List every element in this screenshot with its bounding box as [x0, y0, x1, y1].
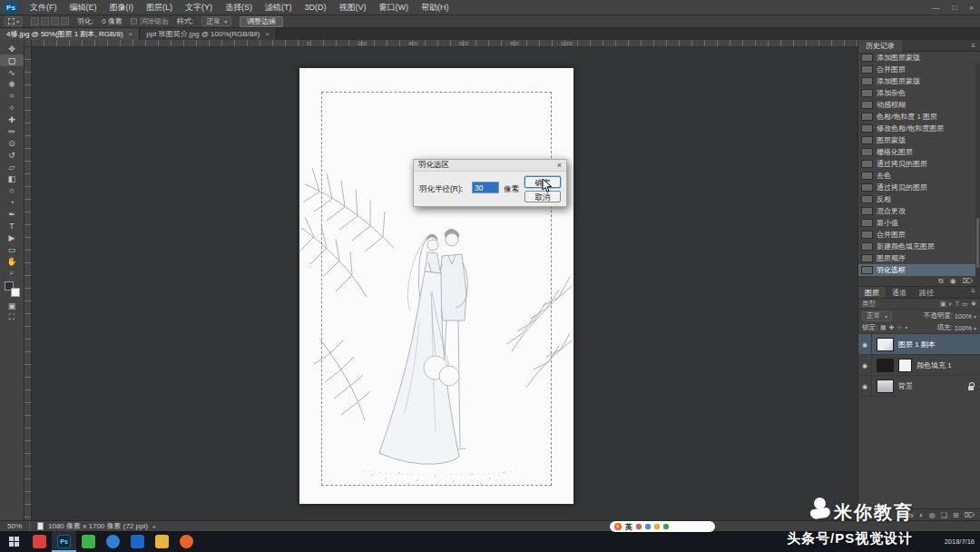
feather-radius-input[interactable] — [472, 182, 499, 193]
menu-type[interactable]: 文字(Y) — [179, 0, 219, 15]
screen-mode-tool[interactable]: ⛶ — [0, 311, 24, 323]
history-item[interactable]: 合并图层 — [858, 64, 980, 75]
history-scrollbar[interactable] — [975, 64, 980, 288]
blend-mode-select[interactable]: 正常 ▾ — [862, 311, 892, 321]
tab-channels[interactable]: 通道 — [886, 287, 913, 298]
close-tab-icon[interactable]: × — [265, 28, 270, 40]
menu-filter[interactable]: 滤镜(T) — [259, 0, 299, 15]
taskbar-qq[interactable] — [125, 531, 150, 552]
rectangular-marquee-tool[interactable]: ▢ — [0, 54, 24, 66]
history-item[interactable]: 添加图层蒙版 — [858, 52, 980, 64]
style-select[interactable]: 正常 ▾ — [201, 16, 231, 26]
emoji-icon[interactable] — [654, 524, 660, 529]
ruler-corner[interactable] — [24, 40, 32, 47]
new-snapshot-icon[interactable]: ◉ — [950, 277, 956, 285]
input-mode-toggle[interactable]: 英 — [625, 522, 632, 532]
history-brush-tool[interactable]: ↺ — [0, 149, 24, 161]
quick-mask-tool[interactable]: ▣ — [0, 300, 24, 311]
toolbox-icon[interactable] — [663, 524, 669, 529]
maximize-button[interactable]: □ — [946, 0, 963, 15]
layer-row-color-fill[interactable]: ◉ 颜色填充 1 — [858, 355, 980, 376]
adjustment-layer-icon[interactable]: ◍ — [929, 511, 936, 519]
history-item[interactable]: 图层顺序 — [858, 252, 980, 264]
lock-all-icon[interactable]: ▪ — [905, 324, 906, 331]
zoom-level-field[interactable]: 50% — [0, 521, 30, 532]
close-tab-icon[interactable]: × — [129, 28, 133, 40]
color-swatches[interactable] — [5, 281, 20, 297]
lasso-tool[interactable]: ∿ — [0, 66, 24, 78]
history-item[interactable]: 混合更改 — [858, 205, 980, 217]
menu-3d[interactable]: 3D(D) — [299, 0, 333, 15]
dodge-tool[interactable]: ◔ — [0, 196, 24, 208]
history-item[interactable]: 通过拷贝的图层 — [858, 158, 980, 170]
shape-filter-icon[interactable]: ▭ — [962, 301, 968, 308]
layer-mask-icon[interactable]: ◐ — [919, 511, 924, 519]
refine-edge-button[interactable]: 调整边缘 — [240, 16, 283, 27]
delete-layer-icon[interactable]: ⌦ — [965, 511, 975, 519]
zoom-tool[interactable]: ⌕ — [0, 267, 24, 279]
history-item[interactable]: 修改色相/饱和度图层 — [858, 123, 980, 134]
visibility-eye-icon[interactable]: ◉ — [858, 376, 872, 397]
taskbar-firefox[interactable] — [174, 531, 199, 552]
taskbar-wechat[interactable] — [76, 531, 101, 552]
history-item[interactable]: 反相 — [858, 193, 980, 205]
layer-group-icon[interactable]: ❏ — [941, 511, 947, 519]
eyedropper-tool[interactable]: ✧ — [0, 102, 24, 113]
filter-type-label[interactable]: 类型 — [862, 300, 876, 309]
panel-menu-icon[interactable]: ≡ — [971, 42, 980, 50]
new-doc-from-state-icon[interactable]: ⧉ — [938, 277, 944, 286]
taskbar-photoshop[interactable]: Ps — [52, 531, 76, 552]
layer-row-background[interactable]: ◉ 背景 — [858, 376, 980, 397]
dialog-close-icon[interactable]: × — [557, 161, 562, 170]
quick-selection-tool[interactable]: ❋ — [0, 78, 24, 90]
layer-mask-thumbnail[interactable] — [898, 359, 912, 372]
layer-row-layer1-copy[interactable]: ◉ 图层 1 副本 — [858, 334, 980, 355]
history-item[interactable]: 图层蒙版 — [858, 134, 980, 146]
layer-thumbnail[interactable] — [877, 338, 894, 351]
blur-tool[interactable]: ○ — [0, 184, 24, 196]
visibility-eye-icon[interactable]: ◉ — [858, 334, 872, 355]
menu-file[interactable]: 文件(F) — [24, 0, 64, 15]
tab-document-2[interactable]: ppt 班图简介.jpg @ 100%(RGB/8#) × — [140, 28, 277, 40]
shape-tool[interactable]: ▭ — [0, 243, 24, 255]
minimize-button[interactable]: — — [926, 0, 946, 15]
menu-select[interactable]: 选择(S) — [219, 0, 259, 15]
lock-transparency-icon[interactable]: ▦ — [880, 324, 887, 331]
history-item[interactable]: 添加图层蒙版 — [858, 75, 980, 87]
move-tool[interactable]: ✥ — [0, 43, 24, 54]
feather-value[interactable]: 0 像素 — [102, 16, 122, 26]
selection-mode-buttons[interactable] — [31, 17, 69, 25]
history-item[interactable]: 栅格化图层 — [858, 146, 980, 158]
status-expand-icon[interactable]: ▸ — [153, 523, 156, 529]
menu-edit[interactable]: 编辑(E) — [64, 0, 103, 15]
opacity-value[interactable]: 100% — [955, 312, 972, 320]
path-selection-tool[interactable]: ▶ — [0, 232, 24, 243]
brush-tool[interactable]: ✏ — [0, 125, 24, 137]
type-tool[interactable]: T — [0, 220, 24, 232]
history-item[interactable]: 新建颜色填充图层 — [858, 241, 980, 252]
crop-tool[interactable]: ⌗ — [0, 90, 24, 102]
taskbar-browser[interactable] — [101, 531, 125, 552]
visibility-eye-icon[interactable]: ◉ — [858, 355, 872, 376]
eraser-tool[interactable]: ▱ — [0, 161, 24, 172]
menu-image[interactable]: 图像(I) — [103, 0, 141, 15]
history-item[interactable]: 合并图层 — [858, 229, 980, 241]
clone-stamp-tool[interactable]: ⊙ — [0, 137, 24, 149]
delete-state-icon[interactable]: ⌦ — [963, 277, 973, 285]
pen-tool[interactable]: ✒ — [0, 208, 24, 220]
taskbar-folder[interactable] — [150, 531, 174, 552]
history-item-selected[interactable]: 羽化选框 — [858, 264, 980, 276]
taskbar-media-app[interactable] — [27, 531, 52, 552]
hand-tool[interactable]: ✋ — [0, 255, 24, 267]
horizontal-ruler[interactable]: 0 200 400 600 800 1000 — [32, 40, 858, 47]
adjustment-filter-icon[interactable]: ◐ — [949, 301, 953, 308]
history-item[interactable]: 通过拷贝的图层 — [858, 182, 980, 193]
fill-swatch-thumbnail[interactable] — [877, 359, 894, 372]
keyboard-icon[interactable] — [645, 524, 651, 529]
tab-paths[interactable]: 路径 — [913, 287, 940, 298]
pixel-layer-filter-icon[interactable]: ▣ — [940, 301, 946, 308]
history-item[interactable]: 色相/饱和度 1 图层 — [858, 111, 980, 123]
healing-brush-tool[interactable]: ✚ — [0, 113, 24, 125]
lock-pixels-icon[interactable]: ✚ — [889, 324, 895, 331]
lock-position-icon[interactable]: ⊹ — [897, 324, 903, 331]
